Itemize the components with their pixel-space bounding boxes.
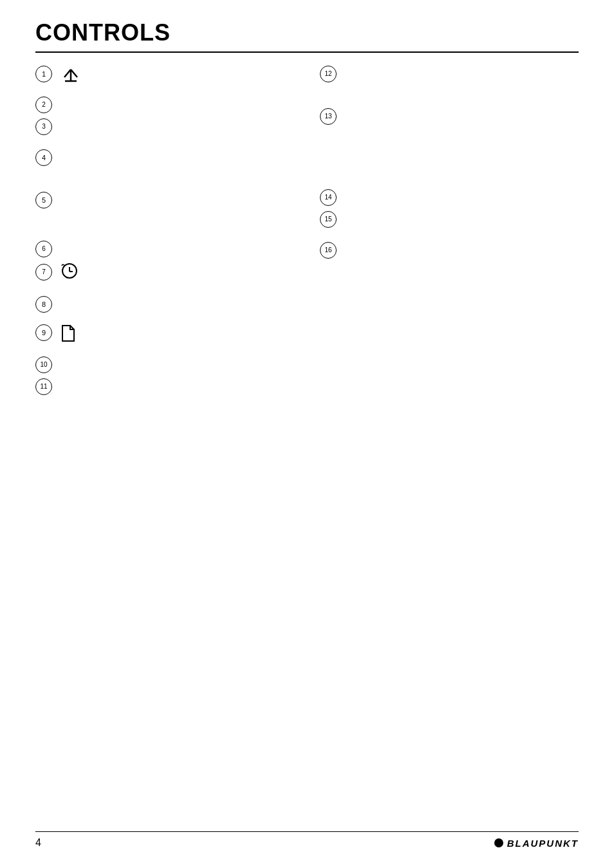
control-item-7: 7 <box>35 263 294 282</box>
title-divider <box>35 51 579 53</box>
items-14-15: 14 15 <box>320 189 579 230</box>
control-item-9: 9 <box>35 324 294 345</box>
clock-icon <box>61 263 78 282</box>
left-column: 1 2 3 <box>35 66 307 409</box>
page-number: 4 <box>35 837 41 849</box>
control-item-6: 6 <box>35 241 294 257</box>
control-item-13: 13 <box>320 108 579 125</box>
document-icon <box>61 324 77 345</box>
badge-13: 13 <box>320 108 337 125</box>
control-item-4: 4 <box>35 149 294 166</box>
control-item-5: 5 <box>35 192 294 208</box>
brand-area: BLAUPUNKT <box>494 838 579 849</box>
items-6-7: 6 7 <box>35 241 294 284</box>
badge-11: 11 <box>35 378 52 395</box>
badge-10: 10 <box>35 356 52 373</box>
footer: 4 BLAUPUNKT <box>35 831 579 849</box>
control-item-1: 1 <box>35 66 294 85</box>
right-column: 12 13 14 15 16 <box>307 66 579 409</box>
brand-name: BLAUPUNKT <box>507 838 579 849</box>
badge-8: 8 <box>35 296 52 313</box>
control-item-3: 3 <box>35 118 294 135</box>
control-item-15: 15 <box>320 211 579 228</box>
svg-line-1 <box>64 69 71 77</box>
antenna-icon <box>61 66 80 85</box>
items-2-3: 2 3 <box>35 97 294 138</box>
controls-layout: 1 2 3 <box>35 66 579 409</box>
badge-12: 12 <box>320 66 337 82</box>
badge-6: 6 <box>35 241 52 257</box>
badge-9: 9 <box>35 324 52 341</box>
control-item-16: 16 <box>320 242 579 259</box>
items-10-11: 10 11 <box>35 356 294 398</box>
badge-14: 14 <box>320 189 337 206</box>
brand-dot <box>494 838 503 847</box>
badge-16: 16 <box>320 242 337 259</box>
badge-5: 5 <box>35 192 52 208</box>
badge-2: 2 <box>35 97 52 113</box>
badge-7: 7 <box>35 264 52 281</box>
badge-4: 4 <box>35 149 52 166</box>
badge-1: 1 <box>35 66 52 82</box>
badge-3: 3 <box>35 118 52 135</box>
control-item-14: 14 <box>320 189 579 206</box>
badge-15: 15 <box>320 211 337 228</box>
control-item-8: 8 <box>35 296 294 313</box>
page: CONTROLS 1 2 <box>0 0 614 868</box>
control-item-12: 12 <box>320 66 579 82</box>
svg-line-2 <box>71 69 77 77</box>
control-item-10: 10 <box>35 356 294 373</box>
page-title: CONTROLS <box>35 19 579 46</box>
control-item-11: 11 <box>35 378 294 395</box>
control-item-2: 2 <box>35 97 294 113</box>
